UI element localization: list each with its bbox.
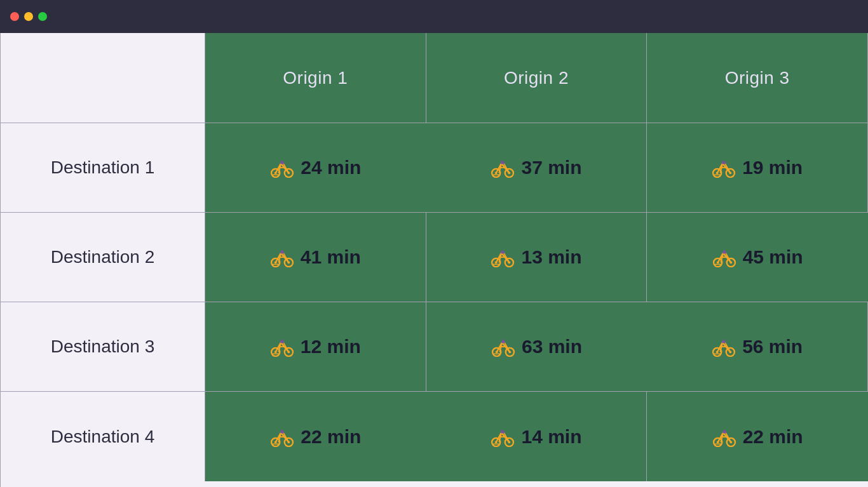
cell-d3-o2: 63 min [426,302,648,392]
table-container: Origin 1 Origin 2 Origin 3 Destination 1 [0,33,868,487]
header-origin-1-label: Origin 1 [283,68,348,88]
header-empty-cell [1,33,205,123]
row-label-destination-2: Destination 2 [1,213,205,302]
bike-icon [712,247,736,267]
dot-green[interactable] [38,12,47,21]
value-d2-o1: 41 min [301,246,361,268]
cell-d2-o1: 41 min [205,213,426,302]
cell-d2-o2: 13 min [426,213,648,302]
dot-red[interactable] [10,12,19,21]
bike-icon [491,337,515,357]
bike-icon [270,157,294,178]
bike-icon [712,157,736,178]
value-d1-o3: 19 min [742,157,803,178]
bike-icon [712,337,736,357]
header-origin-2: Origin 2 [426,33,648,123]
cell-d4-o2: 14 min [426,392,648,481]
value-d3-o1: 12 min [301,336,361,357]
value-d3-o2: 63 min [522,336,582,357]
bike-icon [270,337,294,357]
bike-icon [270,247,294,267]
value-d3-o3: 56 min [742,336,803,357]
value-d4-o1: 22 min [301,426,361,448]
cell-d3-o3: 56 min [647,302,868,392]
cell-d2-o3: 45 min [647,213,868,302]
value-d2-o3: 45 min [743,246,803,268]
titlebar [0,0,868,33]
bike-icon [491,427,515,447]
header-origin-1: Origin 1 [205,33,426,123]
destination-1-label: Destination 1 [51,157,154,178]
header-origin-3: Origin 3 [647,33,868,123]
content: Origin 1 Origin 2 Origin 3 Destination 1 [0,33,868,487]
header-origin-3-label: Origin 3 [725,68,790,88]
bike-icon [491,157,515,178]
dot-yellow[interactable] [24,12,33,21]
cell-d1-o1: 24 min [205,123,426,213]
destination-2-label: Destination 2 [51,247,154,267]
cell-d1-o3: 19 min [647,123,868,213]
row-label-destination-1: Destination 1 [1,123,205,213]
value-d1-o1: 24 min [301,157,361,178]
cell-d4-o3: 22 min [647,392,868,481]
value-d4-o2: 14 min [521,426,581,448]
bike-icon [270,427,294,447]
bike-icon [712,427,736,447]
destination-4-label: Destination 4 [51,427,154,447]
destination-3-label: Destination 3 [51,337,154,357]
row-label-destination-3: Destination 3 [1,302,205,392]
value-d2-o2: 13 min [521,246,581,268]
bike-icon [491,247,515,267]
row-label-destination-4: Destination 4 [1,392,205,481]
cell-d4-o1: 22 min [205,392,426,481]
cell-d3-o1: 12 min [205,302,426,392]
value-d1-o2: 37 min [521,157,581,178]
value-d4-o3: 22 min [743,426,803,448]
header-origin-2-label: Origin 2 [504,68,569,88]
cell-d1-o2: 37 min [426,123,648,213]
